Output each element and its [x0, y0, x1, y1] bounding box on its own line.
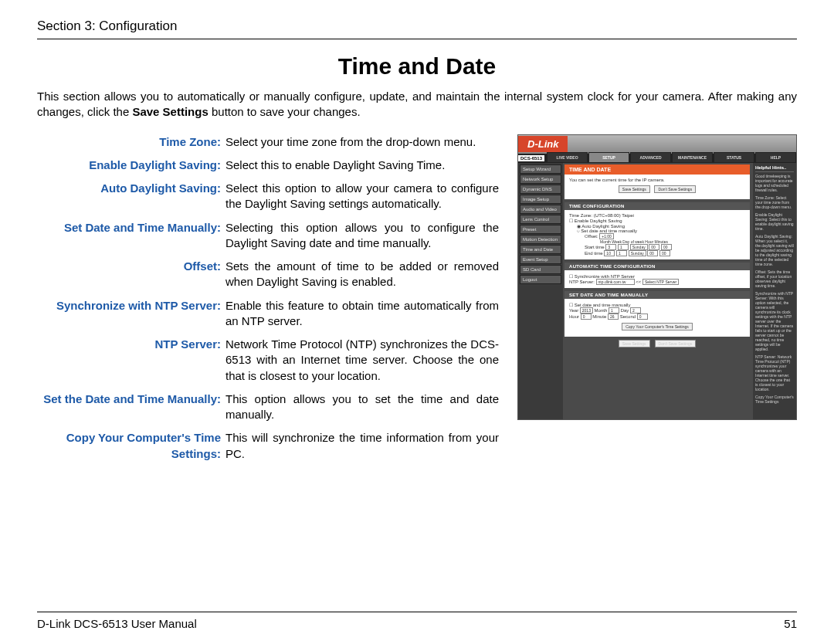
offset-select[interactable]: +1:00 — [599, 233, 614, 239]
dont-save-button[interactable]: Don't Save Settings — [655, 340, 697, 347]
section-hdr: AUTOMATIC TIME CONFIGURATION — [564, 263, 750, 270]
def-desc: This will synchronize the time informati… — [221, 430, 499, 462]
brand-bar: D-Link — [518, 135, 796, 154]
offset-label: Offset: — [585, 234, 598, 239]
section-header: Section 3: Configuration — [37, 19, 797, 39]
section-hdr: SET DATE AND TIME MANUALLY — [564, 291, 750, 299]
tz-label: Time Zone: — [569, 213, 592, 218]
page-title: Time and Date — [37, 53, 797, 80]
sidebar-item[interactable]: Setup Wizard — [520, 164, 561, 174]
tab-live-video[interactable]: LIVE VIDEO — [547, 152, 588, 163]
def-desc: This option allows you to set the time a… — [221, 391, 499, 423]
tz-value: (UTC+08:00) Taipei — [594, 213, 634, 218]
sidebar-item[interactable]: Preset — [520, 225, 561, 234]
footer-left: D-Link DCS-6513 User Manual — [37, 617, 197, 630]
panel-sub: You can set the current time for the IP … — [569, 178, 745, 182]
sidebar-item[interactable]: Motion Detection — [520, 235, 561, 244]
hint-text: Time Zone: Select your time zone from th… — [755, 195, 794, 209]
intro-paragraph: This section allows you to automatically… — [37, 89, 797, 120]
save-button[interactable]: Save Settings — [619, 340, 650, 347]
ntp-label: NTP Server: — [569, 280, 595, 284]
shot-main: TIME AND DATE You can set the current ti… — [563, 163, 753, 419]
def-label: NTP Server — [37, 337, 221, 384]
dont-save-button[interactable]: Don't Save Settings — [654, 185, 696, 193]
panel-title: TIME AND DATE — [564, 164, 750, 175]
dlink-logo: D-Link — [518, 136, 568, 152]
tab-status[interactable]: STATUS — [714, 152, 754, 163]
def-label: Time Zone — [37, 134, 221, 150]
hint-text: Copy Your Computer's Time Settings — [755, 395, 794, 404]
eds-label[interactable]: Enable Daylight Saving — [575, 219, 622, 223]
copy-time-button[interactable]: Copy Your Computer's Time Settings — [622, 323, 693, 330]
def-desc: Network Time Protocol (NTP) synchronizes… — [221, 337, 499, 384]
def-label: Copy Your Computer's Time Settings — [37, 430, 221, 462]
start-label: Start time — [585, 245, 605, 249]
ntp-server-select[interactable]: Select NTP Server — [642, 279, 679, 285]
sidebar-item[interactable]: Lens Control — [520, 215, 561, 224]
sidebar-item[interactable]: Dynamic DNS — [520, 185, 561, 194]
sidebar-item[interactable]: Logout — [520, 275, 561, 284]
hint-text: Synchronize with NTP Server: With this o… — [755, 291, 794, 351]
def-label: Synchronize with NTP Server — [37, 298, 221, 330]
sidebar-item[interactable]: Time and Date — [520, 245, 561, 254]
hint-text: Good timekeeping is important for accura… — [755, 174, 794, 192]
sidebar-item[interactable]: Image Setup — [520, 195, 561, 204]
def-desc: Select your time zone from the drop-down… — [221, 134, 499, 150]
definitions-list: Time ZoneSelect your time zone from the … — [37, 134, 499, 469]
page-footer: D-Link DCS-6513 User Manual 51 — [37, 612, 797, 630]
model-row: DCS-6513 LIVE VIDEO SETUP ADVANCED MAINT… — [518, 154, 796, 163]
save-button[interactable]: Save Settings — [619, 185, 650, 193]
tab-setup[interactable]: SETUP — [588, 152, 629, 163]
sidebar-item[interactable]: Audio and Video — [520, 205, 561, 214]
tab-help[interactable]: HELP — [755, 152, 796, 163]
sidebar-item[interactable]: SD Card — [520, 265, 561, 274]
hints-header: Helpful Hints.. — [755, 165, 794, 172]
embedded-screenshot: D-Link DCS-6513 LIVE VIDEO SETUP ADVANCE… — [517, 134, 797, 420]
hints-column: Helpful Hints.. Good timekeeping is impo… — [753, 163, 796, 419]
def-label: Set Date and Time Manually — [37, 220, 221, 252]
hint-text: NTP Server: Network Time Protocol (NTP) … — [755, 354, 794, 391]
def-desc: Selecting this option allows you to conf… — [221, 220, 499, 252]
def-desc: Select this to enable Daylight Saving Ti… — [221, 158, 499, 173]
def-desc: Sets the amount of time to be added or r… — [221, 259, 499, 290]
model-label: DCS-6513 — [518, 155, 544, 161]
tab-advanced[interactable]: ADVANCED — [630, 152, 671, 163]
intro-b: button to save your changes. — [208, 105, 361, 118]
def-desc: Select this option to allow your camera … — [221, 181, 499, 212]
sidebar-item[interactable]: Network Setup — [520, 175, 561, 184]
ntp-input[interactable]: ntp.dlink.com.tw — [596, 279, 635, 285]
page-number: 51 — [784, 617, 797, 630]
shot-sidebar: Setup Wizard Network Setup Dynamic DNS I… — [518, 163, 563, 419]
def-label: Auto Daylight Saving — [37, 181, 221, 212]
def-label: Set the Date and Time Manually — [37, 391, 221, 423]
def-desc: Enable this feature to obtain time autom… — [221, 298, 499, 330]
section-hdr: TIME CONFIGURATION — [564, 202, 750, 210]
hint-text: Auto Daylight Saving: When you select it… — [755, 234, 794, 266]
end-label: End time — [585, 251, 603, 256]
intro-bold: Save Settings — [132, 105, 208, 118]
def-label: Offset — [37, 259, 221, 290]
sidebar-item[interactable]: Event Setup — [520, 255, 561, 264]
def-label: Enable Daylight Saving — [37, 158, 221, 173]
hint-text: Offset: Sets the time offset, if your lo… — [755, 269, 794, 288]
hint-text: Enable Daylight Saving: Select this to e… — [755, 212, 794, 231]
tab-maintenance[interactable]: MAINTENANCE — [672, 152, 713, 163]
